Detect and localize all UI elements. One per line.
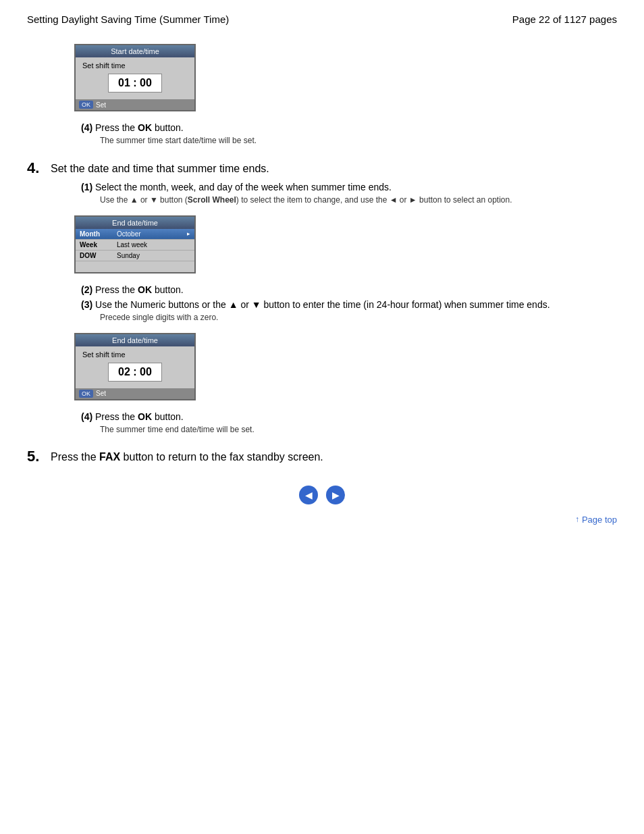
- end-time-screen-time: 02 : 00: [108, 363, 162, 382]
- end-table-dow-col1: DOW: [80, 252, 117, 259]
- step-4-2-bold: OK: [138, 284, 152, 295]
- end-table-row-month: Month October ▸: [76, 229, 194, 240]
- next-arrow[interactable]: ▶: [326, 486, 345, 504]
- page-header: Setting Daylight Saving Time (Summer Tim…: [27, 14, 617, 25]
- page-title: Setting Daylight Saving Time (Summer Tim…: [27, 14, 229, 25]
- page-top-arrow: ↑: [575, 515, 579, 524]
- step-4-3-minor: (3) Use the Numeric buttons or the ▲ or …: [81, 299, 617, 323]
- start-screen-footer: OK Set: [76, 99, 194, 110]
- end-table-week-col2: Last week: [117, 241, 190, 249]
- end-time-screen-footer: OK Set: [76, 388, 194, 399]
- step-4-4-bold: OK: [138, 411, 152, 422]
- end-table-title: End date/time: [76, 217, 194, 229]
- start-ok-btn: OK: [79, 101, 93, 109]
- page-number: Page 22 of 1127 pages: [512, 14, 617, 25]
- end-time-screen-title: End date/time: [76, 334, 194, 346]
- step-4-4-text1: Press the: [95, 411, 138, 422]
- step-5-bold: FAX: [99, 451, 120, 463]
- step-4-1-label: (1) Select the month, week, and day of t…: [81, 182, 617, 192]
- step-4-4-desc: The summer time end date/time will be se…: [100, 424, 617, 436]
- start-screen-label: Set shift time: [82, 61, 188, 70]
- end-time-set-label: Set: [96, 390, 106, 397]
- step-4-ok-text1: Press the: [95, 122, 138, 133]
- step-4-4-num: (4): [81, 411, 92, 422]
- step-4-1-desc2: ) to select the item to change, and use …: [236, 195, 512, 205]
- step-4-ok-minor: (4) Press the OK button. The summer time…: [81, 122, 617, 147]
- end-table-month-col1: Month: [80, 230, 117, 238]
- step-4-1-desc1: Use the ▲ or ▼ button (: [100, 195, 188, 205]
- start-screen-time: 01 : 00: [108, 74, 162, 93]
- step-4-2-label: (2) Press the OK button.: [81, 284, 617, 295]
- step-4-2-text1: Press the: [95, 284, 138, 295]
- step-4-ok-desc: The summer time start date/time will be …: [100, 135, 617, 147]
- step-5-major-num: 5.: [27, 448, 47, 465]
- end-date-time-screen: End date/time Set shift time 02 : 00 OK …: [74, 333, 196, 400]
- step-4-1-desc: Use the ▲ or ▼ button (Scroll Wheel) to …: [100, 194, 617, 206]
- step-4-2-minor: (2) Press the OK button.: [81, 284, 617, 295]
- step-4-4-text2: button.: [152, 411, 184, 422]
- prev-arrow[interactable]: ◀: [299, 486, 318, 504]
- end-table-row-week: Week Last week: [76, 240, 194, 251]
- end-time-screen-label: Set shift time: [82, 350, 188, 359]
- step-4-2-text2: button.: [152, 284, 184, 295]
- step-4-1-desc-bold: Scroll Wheel: [188, 195, 236, 205]
- step-4-3-label: (3) Use the Numeric buttons or the ▲ or …: [81, 299, 617, 310]
- nav-arrows: ◀ ▶: [27, 486, 617, 504]
- step-4-major-text: Set the date and time that summer time e…: [51, 160, 269, 175]
- end-table-dow-col2: Sunday: [117, 252, 190, 259]
- step-5-major-text: Press the FAX button to return to the fa…: [51, 448, 323, 463]
- step-4-ok-text2: button.: [152, 122, 184, 133]
- end-table-month-col2: October: [117, 230, 187, 238]
- end-table-empty-row: [76, 261, 194, 272]
- step-4-2-num: (2): [81, 284, 92, 295]
- step-4-1-block: (1) Select the month, week, and day of t…: [54, 182, 617, 435]
- end-time-screen-body: Set shift time 02 : 00: [76, 346, 194, 388]
- step-5-major: 5. Press the FAX button to return to the…: [27, 448, 617, 465]
- step-4-3-desc: Precede single digits with a zero.: [100, 312, 617, 323]
- page-top-link[interactable]: ↑ Page top: [27, 515, 617, 525]
- end-table-week-col1: Week: [80, 241, 117, 249]
- step-4-ok-num: (4): [81, 122, 92, 133]
- step-4-ok-bold: OK: [138, 122, 152, 133]
- step-4-ok-start: Start date/time Set shift time 01 : 00 O…: [54, 37, 617, 147]
- step-4-ok-label: (4) Press the OK button.: [81, 122, 617, 133]
- step-4-1-text: Select the month, week, and day of the w…: [95, 182, 392, 192]
- start-set-label: Set: [96, 101, 106, 109]
- start-date-screen: Start date/time Set shift time 01 : 00 O…: [74, 44, 196, 111]
- step-4-major: 4. Set the date and time that summer tim…: [27, 160, 617, 176]
- end-table-month-arrow: ▸: [187, 230, 190, 238]
- step-4-3-text: Use the Numeric buttons or the ▲ or ▼ bu…: [95, 299, 550, 310]
- step-5-text2: button to return to the fax standby scre…: [120, 451, 323, 463]
- step-4-1-num: (1): [81, 182, 92, 192]
- step-4-major-num: 4.: [27, 160, 47, 176]
- step-4-1-minor: (1) Select the month, week, and day of t…: [81, 182, 617, 206]
- end-table-row-dow: DOW Sunday: [76, 251, 194, 261]
- page-top-label: Page top: [582, 515, 617, 525]
- end-date-table-screen: End date/time Month October ▸ Week Last …: [74, 215, 196, 273]
- step-4-3-num: (3): [81, 299, 92, 310]
- start-screen-title: Start date/time: [76, 45, 194, 57]
- step-4-4-label: (4) Press the OK button.: [81, 411, 617, 422]
- step-5-text1: Press the: [51, 451, 99, 463]
- start-screen-body: Set shift time 01 : 00: [76, 57, 194, 99]
- step-4-4-minor: (4) Press the OK button. The summer time…: [81, 411, 617, 436]
- end-table-body: Month October ▸ Week Last week DOW Sunda…: [76, 229, 194, 272]
- end-time-ok-btn: OK: [79, 390, 93, 398]
